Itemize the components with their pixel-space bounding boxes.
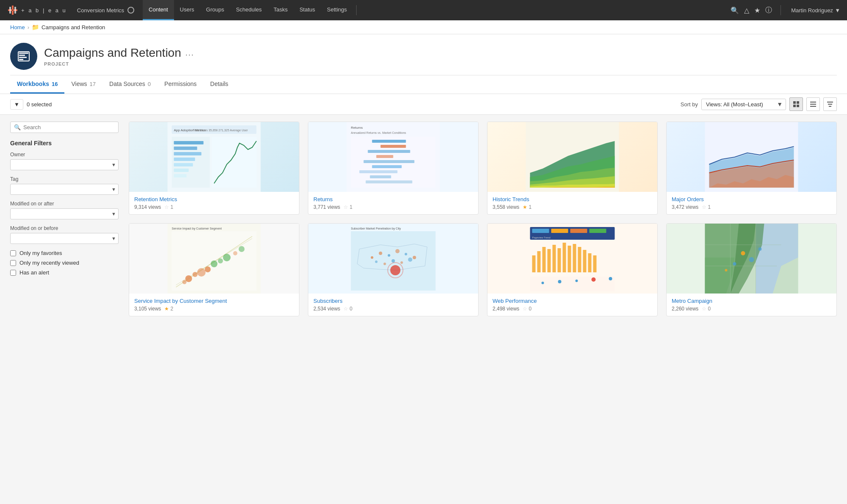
svg-point-66: [211, 260, 218, 267]
card-views: 3,558 views: [493, 204, 519, 210]
nav-project-icon: [127, 7, 134, 14]
card-star[interactable]: ★ 1: [523, 204, 531, 210]
nav-link-tasks[interactable]: Tasks: [268, 0, 293, 20]
info-icon[interactable]: ⓘ: [765, 6, 772, 15]
svg-text:Service Impact by Customer Seg: Service Impact by Customer Segment: [172, 227, 222, 230]
modified-after-wrapper: ▼: [10, 208, 119, 219]
svg-point-76: [379, 252, 382, 255]
list-view-button[interactable]: [806, 97, 820, 111]
nav-link-schedules[interactable]: Schedules: [230, 0, 268, 20]
workbook-card[interactable]: Service Impact by Customer Segment: [129, 223, 299, 316]
modified-before-select[interactable]: [10, 233, 119, 244]
card-title[interactable]: Metro Campaign: [672, 298, 831, 304]
tab-views[interactable]: Views 17: [64, 75, 102, 94]
workbook-card[interactable]: Historic Trends 3,558 views ★ 1: [487, 122, 658, 215]
svg-rect-16: [827, 102, 833, 102]
card-star[interactable]: ★ 2: [164, 306, 173, 312]
card-title[interactable]: Service Impact by Customer Segment: [134, 298, 294, 304]
star-icon: ★: [523, 204, 527, 210]
logo[interactable]: + a b | e a u: [7, 4, 67, 16]
favorites-icon[interactable]: ★: [754, 6, 760, 14]
card-star[interactable]: ☆ 1: [702, 204, 711, 210]
select-all-dropdown[interactable]: ▼: [10, 99, 23, 110]
svg-rect-99: [548, 249, 551, 272]
owner-filter-group: Owner ▼: [10, 152, 119, 170]
toolbar-right: Sort by Views: All (Most–Least) Views: A…: [681, 97, 837, 111]
nav-username: Martin Rodriguez: [791, 7, 833, 14]
card-star[interactable]: ☆ 0: [343, 306, 352, 312]
workbook-card[interactable]: Subscriber Market Penetration by City: [308, 223, 479, 316]
card-title[interactable]: Historic Trends: [493, 196, 652, 202]
checkbox-recently-viewed[interactable]: Only my recently viewed: [10, 260, 119, 266]
workbook-card[interactable]: Metro Campaign 2,260 views ☆ 0: [666, 223, 837, 316]
tab-permissions[interactable]: Permissions: [158, 75, 203, 94]
card-title[interactable]: Web Performance: [493, 298, 652, 304]
checkbox-has-alert[interactable]: Has an alert: [10, 269, 119, 276]
checkbox-has-alert-input[interactable]: [10, 270, 16, 276]
nav-project-title[interactable]: Conversion Metrics: [77, 7, 124, 14]
tab-workbooks[interactable]: Workbooks 16: [10, 75, 64, 94]
svg-point-79: [405, 253, 407, 255]
workbook-card[interactable]: Pageview Trend: [487, 223, 658, 316]
filter-options-button[interactable]: [823, 97, 837, 111]
card-title[interactable]: Returns: [313, 196, 473, 202]
nav-link-users[interactable]: Users: [174, 0, 200, 20]
nav-link-groups[interactable]: Groups: [200, 0, 230, 20]
card-meta: 3,771 views ☆ 1: [313, 204, 473, 210]
nav-link-status[interactable]: Status: [293, 0, 321, 20]
card-star[interactable]: ☆ 0: [702, 306, 711, 312]
svg-point-63: [197, 268, 206, 277]
tab-data-sources[interactable]: Data Sources 0: [102, 75, 158, 94]
svg-rect-107: [588, 253, 592, 272]
modified-after-filter-group: Modified on or after ▼: [10, 201, 119, 219]
breadcrumb-separator: ›: [28, 24, 29, 30]
card-thumbnail: [487, 122, 657, 192]
search-box[interactable]: 🔍: [10, 122, 119, 133]
svg-rect-38: [368, 150, 410, 153]
svg-rect-11: [793, 105, 796, 107]
modified-after-select[interactable]: [10, 208, 119, 219]
selected-count: 0 selected: [27, 101, 52, 108]
tag-select[interactable]: [10, 184, 119, 195]
star-icon: ☆: [702, 306, 706, 312]
svg-rect-102: [563, 243, 566, 272]
card-title[interactable]: Subscribers: [313, 298, 473, 304]
nav-link-content[interactable]: Content: [143, 0, 174, 20]
project-more-button[interactable]: ...: [185, 49, 194, 58]
card-star[interactable]: ☆ 1: [343, 204, 352, 210]
card-star[interactable]: ☆ 0: [523, 306, 531, 312]
checkbox-recently-viewed-input[interactable]: [10, 260, 16, 266]
tabs-bar: Workbooks 16 Views 17 Data Sources 0 Per…: [10, 75, 837, 94]
filters-section: General Filters Owner ▼ Tag ▼: [10, 140, 119, 276]
search-icon[interactable]: 🔍: [731, 6, 739, 14]
nav-main-links: Content Users Groups Schedules Tasks Sta…: [143, 0, 353, 20]
workbook-card[interactable]: Major Orders 3,472 views ☆ 1: [666, 122, 837, 215]
card-info: Retention Metrics 9,314 views ☆ 1: [129, 192, 299, 214]
tag-label: Tag: [10, 176, 119, 182]
card-title[interactable]: Retention Metrics: [134, 196, 294, 202]
card-views: 3,771 views: [313, 204, 340, 210]
svg-text:Returns: Returns: [351, 126, 363, 130]
svg-rect-15: [810, 106, 816, 107]
tag-select-wrapper: ▼: [10, 184, 119, 195]
tab-details[interactable]: Details: [203, 75, 235, 94]
search-input[interactable]: [23, 124, 115, 130]
svg-point-126: [733, 262, 736, 266]
checkbox-favorites[interactable]: Only my favorites: [10, 250, 119, 256]
card-title[interactable]: Major Orders: [672, 196, 831, 202]
checkbox-favorites-input[interactable]: [10, 250, 16, 256]
breadcrumb-home[interactable]: Home: [10, 24, 25, 30]
card-star[interactable]: ☆ 1: [164, 204, 173, 210]
workbook-card[interactable]: Returns Annualized Returns vs. Market Co…: [308, 122, 479, 215]
sort-select-wrapper: Views: All (Most–Least) Views: All (Leas…: [701, 99, 786, 110]
owner-select[interactable]: [10, 159, 119, 170]
sort-select[interactable]: Views: All (Most–Least) Views: All (Leas…: [701, 99, 786, 110]
alert-icon[interactable]: △: [744, 6, 749, 14]
workbook-card[interactable]: App Adoption Metrics Total Users 35,658 …: [129, 122, 299, 215]
grid-view-button[interactable]: [789, 97, 803, 111]
nav-link-settings[interactable]: Settings: [321, 0, 353, 20]
card-info: Subscribers 2,534 views ☆ 0: [308, 294, 478, 316]
nav-user[interactable]: Martin Rodriguez ▼: [791, 7, 840, 14]
folder-icon: 📁: [32, 24, 39, 30]
svg-rect-5: [14, 7, 16, 10]
